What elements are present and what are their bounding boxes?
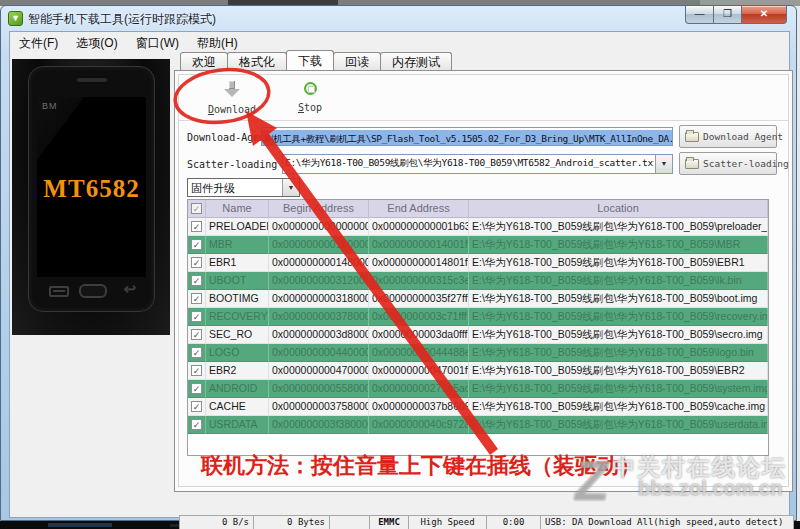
- cell-location: E:\华为Y618-T00_B059线刷包\华为Y618-T00_B059\bo…: [469, 290, 768, 308]
- cell-end: 0x00000000047001ff: [369, 362, 469, 380]
- table-row[interactable]: ✓LOGO0x00000000044000000x00000000044488e…: [188, 344, 768, 362]
- select-all-checkbox[interactable]: ✓: [191, 203, 202, 214]
- cell-begin: 0x0000000003d80000: [269, 326, 369, 344]
- scatter-browse-label: Scatter-loading: [703, 158, 789, 169]
- row-checkbox[interactable]: ✓: [191, 383, 202, 394]
- row-checkbox[interactable]: ✓: [191, 221, 202, 232]
- cell-begin: 0x0000000004400000: [269, 344, 369, 362]
- row-checkbox[interactable]: ✓: [191, 401, 202, 412]
- minimize-button[interactable]: —: [685, 6, 714, 24]
- tab-4[interactable]: 内存测试: [380, 52, 452, 70]
- cell-end: 0x000000000001b63b: [369, 218, 469, 236]
- download-arrow-icon: [224, 81, 240, 97]
- menu-item-3[interactable]: 帮助(H): [188, 32, 247, 52]
- column-header-1: Begin Address: [269, 200, 369, 218]
- chevron-down-icon[interactable]: ▼: [655, 155, 672, 173]
- download-agent-value: 刷机工具+教程\刷机工具\SP_Flash_Tool_v5.1505.02_Fo…: [262, 130, 673, 146]
- table-row[interactable]: ✓EBR10x00000000014800000x00000000014801f…: [188, 254, 768, 272]
- download-button[interactable]: Download: [197, 79, 267, 119]
- cell-name: RECOVERY: [206, 308, 269, 326]
- download-button-label: Download: [197, 104, 267, 115]
- screenshot-stage: ▼ 智能手机下载工具(运行时跟踪模式) — ❐ ✕ 文件(F)选项(O)窗口(W…: [0, 0, 800, 529]
- cell-end: 0x000000000315c3e3: [369, 272, 469, 290]
- table-row[interactable]: ✓UBOOT0x00000000031200000x000000000315c3…: [188, 272, 768, 290]
- row-checkbox[interactable]: ✓: [191, 293, 202, 304]
- menu-item-1[interactable]: 选项(O): [67, 32, 126, 52]
- toolbar-separator: [179, 120, 788, 122]
- stop-icon: [304, 82, 317, 95]
- cell-location: E:\华为Y618-T00_B059线刷包\华为Y618-T00_B059\EB…: [469, 362, 768, 380]
- cell-location: E:\华为Y618-T00_B059线刷包\华为Y618-T00_B059\sy…: [469, 380, 768, 398]
- scatter-loading-browse-button[interactable]: Scatter-loading: [679, 152, 777, 175]
- tab-strip: 欢迎格式化下载回读内存测试: [180, 52, 451, 70]
- annotation-text: 联机方法：按住音量上下键在插线（装驱动）: [186, 451, 656, 481]
- cell-begin: 0x0000000004700000: [269, 362, 369, 380]
- scatter-file-combo[interactable]: E:\华为Y618-T00_B059线刷包\华为Y618-T00_B059\MT…: [282, 154, 673, 174]
- status-cell-3: EMMC: [369, 515, 409, 529]
- tab-1[interactable]: 格式化: [227, 52, 287, 70]
- cell-name: CACHE: [206, 398, 269, 416]
- row-checkbox[interactable]: ✓: [191, 257, 202, 268]
- table-row[interactable]: ✓ANDROID0x00000000055800000x00000000271a…: [188, 380, 768, 398]
- row-checkbox[interactable]: ✓: [191, 419, 202, 430]
- firmware-mode-dropdown[interactable]: 固件升级 ▼: [187, 178, 300, 197]
- row-checkbox[interactable]: ✓: [191, 329, 202, 340]
- cell-begin: 0x0000000037580000: [269, 398, 369, 416]
- stop-button-label: Stop: [287, 102, 333, 113]
- cell-end: 0x00000000044488e9: [369, 344, 469, 362]
- cell-name: BOOTIMG: [206, 290, 269, 308]
- status-cell-2: [329, 515, 370, 529]
- tab-2[interactable]: 下载: [286, 50, 334, 70]
- menu-item-2[interactable]: 窗口(W): [127, 32, 188, 52]
- cell-location: E:\华为Y618-T00_B059线刷包\华为Y618-T00_B059\EB…: [469, 254, 768, 272]
- table-row[interactable]: ✓SEC_RO0x0000000003d800000x0000000003da0…: [188, 326, 768, 344]
- table-row[interactable]: ✓CACHE0x00000000375800000x0000000037b860…: [188, 398, 768, 416]
- cell-name: LOGO: [206, 344, 269, 362]
- table-row[interactable]: ✓BOOTIMG0x00000000031800000x00000000035f…: [188, 290, 768, 308]
- scatter-file-value: E:\华为Y618-T00_B059线刷包\华为Y618-T00_B059\MT…: [285, 157, 654, 170]
- cell-begin: 0x0000000000000000: [269, 218, 369, 236]
- folder-icon: [685, 132, 699, 142]
- cell-end: 0x00000000271a5ac7: [369, 380, 469, 398]
- cell-begin: 0x0000000003180000: [269, 290, 369, 308]
- table-row[interactable]: ✓RECOVERY0x00000000037800000x0000000003c…: [188, 308, 768, 326]
- cell-location: E:\华为Y618-T00_B059线刷包\华为Y618-T00_B059\ca…: [469, 398, 768, 416]
- column-header-3: Location: [469, 200, 768, 218]
- cell-name: UBOOT: [206, 272, 269, 290]
- tab-3[interactable]: 回读: [333, 52, 381, 70]
- stop-button[interactable]: Stop: [287, 79, 333, 119]
- status-cell-5: 0:00: [486, 515, 541, 529]
- cell-begin: 0x0000000003120000: [269, 272, 369, 290]
- table-row[interactable]: ✓PRELOADER0x00000000000000000x0000000000…: [188, 218, 768, 236]
- tab-0[interactable]: 欢迎: [180, 52, 228, 70]
- row-checkbox[interactable]: ✓: [191, 365, 202, 376]
- phone-nav-buttons: ↩: [29, 283, 154, 301]
- row-checkbox[interactable]: ✓: [191, 275, 202, 286]
- download-agent-browse-button[interactable]: Download Agent: [679, 125, 777, 148]
- table-row[interactable]: ✓MBR0x00000000014000000x00000000014001ff…: [188, 236, 768, 254]
- row-checkbox[interactable]: ✓: [191, 347, 202, 358]
- cell-name: USRDATA: [206, 416, 269, 434]
- table-row[interactable]: ✓EBR20x00000000047000000x00000000047001f…: [188, 362, 768, 380]
- maximize-button[interactable]: ❐: [714, 6, 742, 24]
- phone-body: BM MT6582 ↩: [28, 66, 155, 312]
- cell-begin: 0x0000000001400000: [269, 236, 369, 254]
- status-cell-0: 0 B/s: [179, 515, 254, 529]
- chevron-down-icon[interactable]: ▼: [282, 179, 299, 196]
- table-row[interactable]: ✓USRDATA0x000000003f3800000x0000000040c9…: [188, 416, 768, 434]
- title-bar[interactable]: ▼ 智能手机下载工具(运行时跟踪模式) — ❐ ✕: [1, 6, 796, 31]
- download-agent-field[interactable]: 刷机工具+教程\刷机工具\SP_Flash_Tool_v5.1505.02_Fo…: [261, 127, 673, 146]
- cell-end: 0x00000000014801ff: [369, 254, 469, 272]
- menu-item-0[interactable]: 文件(F): [10, 32, 67, 52]
- column-header-2: End Address: [369, 200, 469, 218]
- cell-location: E:\华为Y618-T00_B059线刷包\华为Y618-T00_B059\lk…: [469, 272, 768, 290]
- phone-screen: BM MT6582: [37, 97, 146, 277]
- row-checkbox[interactable]: ✓: [191, 311, 202, 322]
- row-checkbox[interactable]: ✓: [191, 239, 202, 250]
- phone-back-icon: ↩: [123, 280, 136, 298]
- close-button[interactable]: ✕: [742, 6, 787, 24]
- status-cell-1: 0 Bytes: [253, 515, 330, 529]
- cell-end: 0x0000000003da0fff: [369, 326, 469, 344]
- phone-home-icon: [79, 284, 107, 298]
- cell-name: SEC_RO: [206, 326, 269, 344]
